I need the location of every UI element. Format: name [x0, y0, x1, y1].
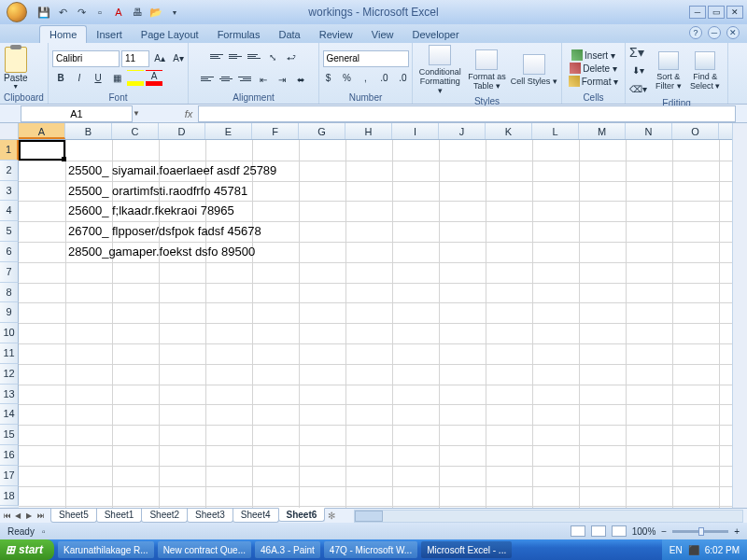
col-header-M[interactable]: M: [579, 123, 626, 139]
doc-close-button[interactable]: ✕: [726, 26, 740, 39]
col-header-H[interactable]: H: [345, 123, 392, 139]
minimize-ribbon-button[interactable]: ─: [708, 26, 721, 39]
font-name-input[interactable]: [52, 50, 120, 67]
maximize-button[interactable]: ▭: [708, 6, 725, 19]
qat-font-icon[interactable]: A: [111, 5, 126, 20]
border-button[interactable]: ▦: [108, 70, 125, 87]
col-header-N[interactable]: N: [626, 123, 672, 139]
tab-view[interactable]: View: [362, 26, 403, 43]
col-header-B[interactable]: B: [65, 123, 112, 139]
sort-filter-button[interactable]: Sort & Filter ▾: [650, 51, 687, 91]
tray-lang[interactable]: EN: [669, 545, 683, 555]
horizontal-scrollbar[interactable]: [354, 510, 743, 523]
col-header-K[interactable]: K: [486, 123, 532, 139]
find-select-button[interactable]: Find & Select ▾: [687, 51, 725, 91]
sheet-tab-sheet6[interactable]: Sheet6: [278, 508, 326, 522]
row-header-17[interactable]: 17: [0, 466, 19, 486]
zoom-level[interactable]: 100%: [632, 526, 656, 537]
tab-data[interactable]: Data: [269, 26, 309, 43]
align-left-button[interactable]: [199, 71, 216, 86]
fill-color-button[interactable]: [127, 70, 144, 87]
italic-button[interactable]: I: [71, 70, 88, 87]
col-header-J[interactable]: J: [439, 123, 486, 139]
qat-print-icon[interactable]: 🖶: [130, 5, 145, 20]
tab-review[interactable]: Review: [310, 26, 362, 43]
underline-button[interactable]: U: [90, 70, 106, 87]
new-sheet-button[interactable]: ✻: [328, 511, 335, 521]
col-header-F[interactable]: F: [252, 123, 299, 139]
increase-decimal-button[interactable]: .0: [376, 70, 393, 87]
row-header-4[interactable]: 4: [0, 201, 19, 221]
row-header-2[interactable]: 2: [0, 161, 19, 181]
page-break-view-button[interactable]: [612, 525, 627, 537]
fill-button[interactable]: ⬇▾: [629, 62, 646, 78]
sheet-tab-sheet5[interactable]: Sheet5: [50, 509, 97, 523]
next-sheet-button[interactable]: ▶: [26, 511, 35, 520]
decrease-indent-button[interactable]: ⇤: [255, 71, 272, 88]
vertical-scrollbar[interactable]: [732, 123, 747, 508]
tray-icon1[interactable]: ⬛: [688, 545, 699, 555]
taskbar-item[interactable]: 46A.3 - Paint: [255, 541, 320, 558]
merge-button[interactable]: ⬌: [292, 71, 309, 88]
row-header-7[interactable]: 7: [0, 262, 19, 283]
sheet-tab-sheet1[interactable]: Sheet1: [96, 509, 143, 523]
taskbar-item[interactable]: New contract Que...: [158, 541, 251, 558]
qat-new-icon[interactable]: ▫: [92, 5, 107, 20]
row-header-14[interactable]: 14: [0, 404, 19, 425]
delete-cells-button[interactable]: Delete ▾: [570, 63, 617, 74]
spreadsheet-grid[interactable]: ABCDEFGHIJKLMNO 123456789101112131415161…: [0, 123, 747, 508]
sheet-tab-sheet3[interactable]: Sheet3: [187, 509, 233, 523]
format-as-table-button[interactable]: Format as Table ▾: [463, 49, 510, 91]
start-button[interactable]: ⊞start: [0, 539, 54, 560]
tab-insert[interactable]: Insert: [87, 26, 132, 43]
fx-button[interactable]: fx: [179, 108, 198, 119]
office-button[interactable]: [3, 0, 31, 24]
page-layout-view-button[interactable]: [591, 525, 606, 537]
tab-developer[interactable]: Developer: [402, 26, 468, 43]
close-button[interactable]: ✕: [726, 6, 743, 19]
increase-indent-button[interactable]: ⇥: [274, 71, 290, 88]
row-header-13[interactable]: 13: [0, 385, 19, 405]
prev-sheet-button[interactable]: ◀: [15, 511, 24, 520]
zoom-slider[interactable]: [672, 530, 728, 533]
help-button[interactable]: ?: [689, 26, 702, 39]
formula-input[interactable]: [198, 105, 736, 122]
align-bottom-button[interactable]: [246, 49, 262, 63]
font-color-button[interactable]: A: [146, 70, 162, 87]
active-cell[interactable]: [19, 140, 65, 161]
col-header-C[interactable]: C: [112, 123, 159, 139]
cell-B5[interactable]: 26700_ flpposer/dsfpok fadsf 45678: [68, 224, 261, 238]
align-middle-button[interactable]: [227, 49, 244, 63]
tab-page-layout[interactable]: Page Layout: [132, 26, 208, 43]
col-header-A[interactable]: A: [19, 123, 65, 139]
col-header-I[interactable]: I: [392, 123, 439, 139]
row-header-16[interactable]: 16: [0, 445, 19, 466]
last-sheet-button[interactable]: ⏭: [37, 511, 47, 520]
wrap-text-button[interactable]: ⮐: [283, 49, 300, 65]
autosum-button[interactable]: Σ▾: [629, 45, 646, 60]
taskbar-item[interactable]: 47Q - Microsoft W...: [324, 541, 417, 558]
row-header-12[interactable]: 12: [0, 364, 19, 385]
row-header-10[interactable]: 10: [0, 323, 19, 343]
cell-B2[interactable]: 25500_ siyamail.foaerlaeef asdf 25789: [68, 163, 276, 177]
taskbar-item[interactable]: Karunathilakage R...: [58, 541, 154, 558]
paste-button[interactable]: Paste ▼: [4, 47, 28, 90]
row-header-3[interactable]: 3: [0, 181, 19, 202]
decrease-decimal-button[interactable]: .0: [395, 70, 412, 87]
select-all-corner[interactable]: [0, 123, 19, 140]
normal-view-button[interactable]: [571, 525, 585, 537]
taskbar-item[interactable]: Microsoft Excel - ...: [421, 541, 512, 558]
row-header-11[interactable]: 11: [0, 343, 19, 364]
decrease-font-icon[interactable]: A▾: [170, 50, 187, 67]
sheet-tab-sheet2[interactable]: Sheet2: [141, 509, 188, 523]
orientation-button[interactable]: ⤡: [264, 49, 281, 65]
redo-icon[interactable]: ↷: [74, 5, 89, 20]
row-header-9[interactable]: 9: [0, 302, 19, 323]
undo-icon[interactable]: ↶: [55, 5, 70, 20]
cells-area[interactable]: 25500_ siyamail.foaerlaeef asdf 25789255…: [19, 140, 732, 508]
bold-button[interactable]: B: [52, 70, 69, 87]
row-header-5[interactable]: 5: [0, 221, 19, 242]
macro-record-icon[interactable]: ▫: [42, 526, 46, 537]
row-header-6[interactable]: 6: [0, 242, 19, 262]
number-format-select[interactable]: [323, 50, 409, 67]
